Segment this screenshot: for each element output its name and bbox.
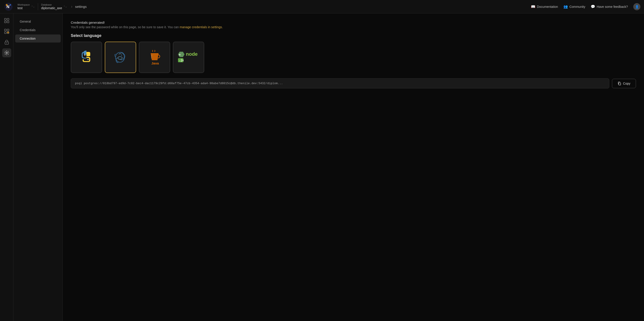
feedback-label: Have some feedback? [597, 5, 628, 8]
content-area: Credentials generated! You'll only see t… [63, 14, 644, 321]
workspace-chevron-icon: ⌃⌄ [31, 5, 35, 8]
credentials-subtitle-text: You'll only see the password while on th… [71, 25, 179, 29]
select-language-title: Select language [71, 33, 636, 38]
language-card-postgresql[interactable] [105, 42, 136, 73]
svg-text:.js: .js [179, 59, 184, 62]
connection-string-row: psql postgres://018bd797-ed9d-7c02-bec4-… [71, 78, 636, 88]
svg-point-3 [10, 4, 11, 6]
sidebar-item-settings[interactable] [2, 48, 11, 57]
manage-credentials-link[interactable]: manage credentials in settings. [180, 25, 223, 29]
svg-rect-28 [619, 83, 621, 85]
nav-item-connection[interactable]: Connection [15, 34, 61, 42]
page-title: settings [75, 5, 87, 8]
copy-icon [618, 82, 621, 85]
user-icon: 👤 [635, 5, 639, 8]
svg-rect-9 [7, 29, 9, 31]
topbar-right: 📖 Documentation 👥 Community 💬 Have some … [531, 3, 640, 10]
community-icon: 👥 [564, 4, 568, 9]
nav-item-general[interactable]: General [15, 18, 61, 26]
svg-text:node: node [186, 51, 198, 57]
user-avatar[interactable]: 👤 [633, 3, 640, 10]
topbar: N Workspace test ⌃⌄ Database diplomatic_… [0, 0, 644, 14]
connection-string-display: psql postgres://018bd797-ed9d-7c02-bec4-… [71, 78, 609, 88]
svg-point-16 [6, 52, 8, 54]
workspace-label: Workspace [18, 4, 30, 6]
app-logo: N [4, 2, 14, 12]
svg-rect-4 [4, 18, 6, 20]
language-card-nodejs[interactable]: n node .js [173, 42, 204, 73]
icon-sidebar [0, 14, 14, 321]
nav-item-credentials[interactable]: Credentials [15, 26, 61, 34]
svg-text:n: n [179, 53, 180, 56]
community-link[interactable]: 👥 Community [564, 4, 585, 9]
svg-rect-6 [4, 21, 6, 23]
svg-rect-7 [7, 21, 9, 23]
main-layout: General Credentials Connection Credentia… [0, 14, 644, 321]
documentation-label: Documentation [537, 5, 558, 8]
svg-rect-8 [4, 29, 6, 31]
workspace-name: test [18, 6, 30, 10]
copy-button-label: Copy [623, 82, 630, 85]
sidebar-item-lock[interactable] [2, 38, 11, 46]
workspace-selector[interactable]: Workspace test ⌃⌄ [15, 2, 37, 11]
documentation-icon: 📖 [531, 4, 536, 9]
language-cards: Java n node .js [71, 42, 636, 73]
database-name: diplomatic_axe [41, 6, 62, 10]
sidebar-item-grid[interactable] [2, 16, 11, 25]
svg-rect-10 [4, 32, 6, 34]
svg-rect-5 [7, 18, 9, 20]
language-card-java[interactable]: Java [139, 42, 170, 73]
credentials-subtitle: You'll only see the password while on th… [71, 25, 636, 29]
svg-point-15 [6, 43, 7, 44]
database-label: Database [41, 4, 62, 6]
sidebar-item-add-widget[interactable] [2, 27, 11, 36]
nav-panel: General Credentials Connection [14, 14, 63, 321]
svg-point-21 [118, 57, 122, 59]
svg-point-20 [121, 55, 122, 56]
feedback-link[interactable]: 💬 Have some feedback? [591, 4, 628, 9]
community-label: Community [570, 5, 585, 8]
svg-point-18 [88, 59, 89, 60]
credentials-banner: Credentials generated! You'll only see t… [71, 20, 636, 29]
svg-point-19 [116, 52, 124, 62]
credentials-title: Credentials generated! [71, 20, 636, 24]
language-card-python[interactable] [71, 42, 102, 73]
topbar-separator [38, 3, 38, 10]
database-selector[interactable]: Database diplomatic_axe ⌃⌄ [39, 2, 69, 11]
svg-point-17 [84, 54, 86, 56]
documentation-link[interactable]: 📖 Documentation [531, 4, 558, 9]
feedback-icon: 💬 [591, 4, 595, 9]
database-chevron-icon: ⌃⌄ [63, 5, 67, 8]
topbar-arrow-icon: › [71, 4, 72, 9]
svg-point-2 [6, 4, 8, 6]
svg-text:Java: Java [151, 61, 159, 65]
copy-button[interactable]: Copy [612, 79, 636, 88]
